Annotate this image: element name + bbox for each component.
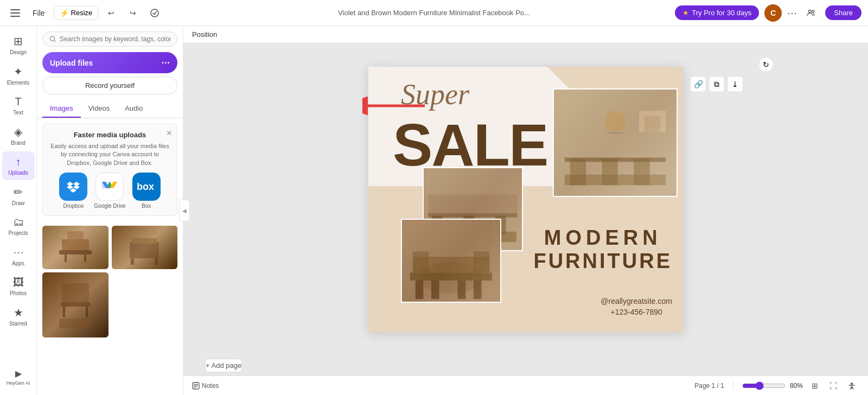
search-icon bbox=[49, 35, 56, 43]
main-layout: ⊞ Design ✦ Elements T Text ◈ Brand ↑ Upl… bbox=[0, 26, 868, 395]
canvas-area[interactable]: 🔗 ⧉ ⤓ ↻ Super SALE bbox=[183, 43, 868, 355]
search-input[interactable] bbox=[60, 35, 170, 43]
sidebar-item-projects[interactable]: 🗂 Projects bbox=[2, 212, 35, 240]
faster-media-title: Faster media uploads bbox=[49, 131, 170, 139]
svg-rect-38 bbox=[428, 194, 518, 213]
sidebar-item-starred[interactable]: ★ Starred bbox=[2, 302, 35, 331]
google-drive-icon bbox=[95, 173, 124, 201]
notes-button[interactable]: Notes bbox=[192, 382, 219, 390]
search-bar[interactable] bbox=[42, 31, 177, 47]
sidebar-item-brand[interactable]: ◈ Brand bbox=[2, 121, 35, 150]
try-pro-button[interactable]: ★ Try Pro for 30 days bbox=[675, 5, 759, 20]
sidebar-item-heygen[interactable]: ▶ HeyGen AI bbox=[2, 364, 35, 391]
sidebar-item-draw[interactable]: ✏ Draw bbox=[2, 181, 35, 211]
sidebar-item-uploads[interactable]: ↑ Uploads bbox=[2, 151, 35, 180]
sidebar-icons: ⊞ Design ✦ Elements T Text ◈ Brand ↑ Upl… bbox=[0, 26, 37, 395]
sidebar-label-apps: Apps bbox=[12, 260, 24, 266]
canvas-download-button[interactable]: ⤓ bbox=[727, 76, 743, 92]
left-panel-wrapper: Upload files ⋯ Record yourself Images Vi… bbox=[37, 26, 183, 395]
add-page-bar: + Add page bbox=[183, 355, 868, 375]
sidebar-label-text: Text bbox=[13, 110, 23, 116]
svg-rect-16 bbox=[155, 258, 158, 265]
topbar-left: File ⚡ Resize ↩ ↪ bbox=[7, 4, 218, 22]
tab-images[interactable]: Images bbox=[42, 100, 81, 118]
draw-icon: ✏ bbox=[14, 186, 23, 199]
uploads-icon: ↑ bbox=[16, 156, 21, 168]
photo-top-right[interactable] bbox=[553, 88, 678, 197]
box-icon: box bbox=[132, 173, 161, 201]
sidebar-label-photos: Photos bbox=[10, 290, 27, 296]
elements-icon: ✦ bbox=[14, 65, 23, 78]
record-yourself-button[interactable]: Record yourself bbox=[42, 77, 177, 94]
faster-media-description: Easily access and upload all your media … bbox=[49, 142, 170, 167]
add-page-button[interactable]: + Add page bbox=[205, 359, 242, 372]
design-sale-text: SALE bbox=[393, 110, 547, 179]
panel-collapse-button[interactable]: ◀ bbox=[179, 200, 190, 221]
faster-media-box: ✕ Faster media uploads Easily access and… bbox=[42, 124, 177, 216]
box-service[interactable]: box Box bbox=[132, 173, 161, 209]
more-options-button[interactable]: ⋯ bbox=[787, 7, 797, 19]
canvas-copy-button[interactable]: ⧉ bbox=[709, 76, 725, 92]
photos-icon: 🖼 bbox=[13, 276, 24, 289]
media-gallery bbox=[37, 221, 183, 395]
modern-line1: MODERN bbox=[533, 226, 672, 250]
photo-bottom-left[interactable] bbox=[401, 219, 501, 303]
close-faster-media-button[interactable]: ✕ bbox=[166, 129, 173, 137]
sidebar-label-projects: Projects bbox=[8, 230, 28, 236]
svg-text:box: box bbox=[137, 181, 154, 192]
svg-rect-1 bbox=[10, 12, 20, 14]
user-avatar[interactable]: C bbox=[764, 4, 782, 22]
phone-text: +123-456-7890 bbox=[601, 308, 672, 316]
save-button[interactable] bbox=[146, 4, 163, 22]
sidebar-item-design[interactable]: ⊞ Design bbox=[2, 30, 35, 60]
sidebar-item-photos[interactable]: 🖼 Photos bbox=[2, 272, 35, 301]
image-grid bbox=[42, 226, 177, 337]
collaborators-button[interactable] bbox=[802, 4, 820, 22]
notes-icon bbox=[192, 382, 200, 390]
sidebar-label-heygen: HeyGen AI bbox=[7, 380, 30, 386]
hamburger-menu-button[interactable] bbox=[7, 4, 24, 22]
svg-rect-14 bbox=[132, 238, 157, 244]
red-arrow-annotation bbox=[362, 95, 427, 119]
rotate-handle[interactable]: ↻ bbox=[758, 57, 774, 72]
sidebar-item-text[interactable]: T Text bbox=[2, 91, 35, 120]
upload-files-button[interactable]: Upload files ⋯ bbox=[42, 52, 177, 73]
svg-point-50 bbox=[419, 262, 483, 293]
resize-button[interactable]: ⚡ Resize bbox=[54, 6, 99, 20]
svg-rect-12 bbox=[67, 231, 84, 239]
sidebar-label-starred: Starred bbox=[9, 321, 27, 327]
file-menu-button[interactable]: File bbox=[28, 7, 49, 20]
svg-rect-19 bbox=[63, 307, 65, 317]
fullscreen-button[interactable]: ⛶ bbox=[826, 378, 841, 393]
image-thumbnail-2[interactable] bbox=[112, 226, 178, 269]
tab-videos[interactable]: Videos bbox=[81, 100, 118, 118]
dropbox-service[interactable]: Dropbox bbox=[59, 173, 87, 209]
sidebar-item-apps[interactable]: ⋯ Apps bbox=[2, 241, 35, 271]
accessibility-button[interactable] bbox=[844, 378, 859, 393]
google-drive-label: Google Drive bbox=[94, 203, 125, 209]
document-title: Violet and Brown Modern Furniture Minima… bbox=[222, 9, 646, 17]
text-icon: T bbox=[15, 95, 21, 108]
status-bar: Notes Page 1 / 1 80% ⊞ ⛶ bbox=[183, 375, 868, 395]
image-thumbnail-1[interactable] bbox=[42, 226, 108, 269]
topbar-right: ★ Try Pro for 30 days C ⋯ Share bbox=[650, 4, 861, 22]
notes-label: Notes bbox=[202, 382, 219, 390]
redo-button[interactable]: ↪ bbox=[124, 4, 142, 22]
google-drive-service[interactable]: Google Drive bbox=[94, 173, 125, 209]
svg-rect-17 bbox=[62, 283, 89, 302]
canvas-link-button[interactable]: 🔗 bbox=[690, 76, 706, 92]
sidebar-item-elements[interactable]: ✦ Elements bbox=[2, 61, 35, 90]
zoom-controls: Page 1 / 1 80% ⊞ ⛶ bbox=[694, 378, 859, 393]
svg-rect-15 bbox=[131, 258, 134, 265]
grid-view-button[interactable]: ⊞ bbox=[807, 378, 822, 393]
svg-rect-21 bbox=[59, 318, 92, 328]
undo-button[interactable]: ↩ bbox=[103, 4, 120, 22]
star-icon: ★ bbox=[682, 9, 689, 17]
svg-rect-10 bbox=[65, 254, 67, 262]
zoom-slider[interactable] bbox=[742, 381, 786, 390]
image-thumbnail-3[interactable] bbox=[42, 272, 108, 337]
tab-audio[interactable]: Audio bbox=[117, 100, 150, 118]
share-button[interactable]: Share bbox=[825, 5, 861, 20]
zoom-percentage: 80% bbox=[790, 382, 803, 390]
design-modern-furniture-text: MODERN FURNITURE bbox=[533, 226, 672, 273]
